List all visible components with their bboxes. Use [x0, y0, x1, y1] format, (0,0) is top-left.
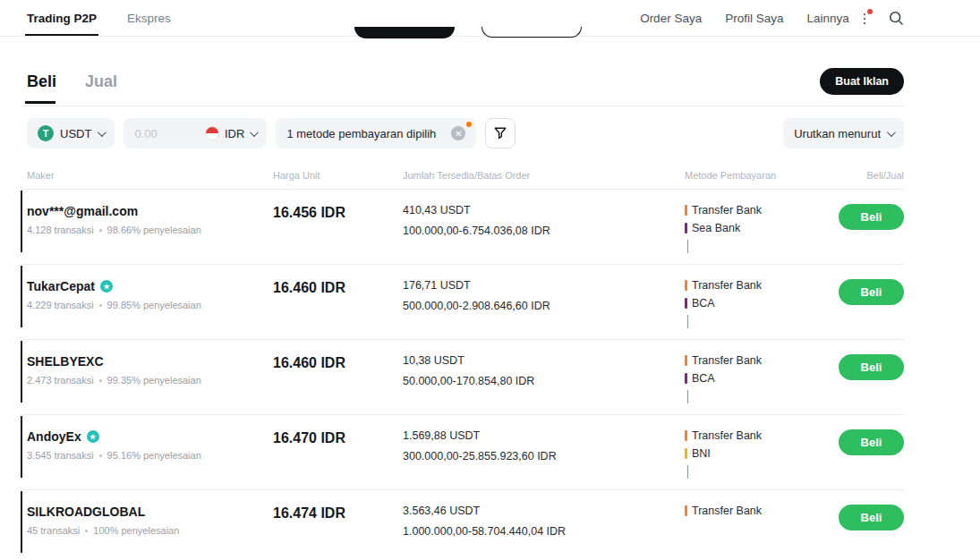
- verified-badge-icon: ★: [100, 280, 113, 293]
- transactions-count: 45 transaksi: [27, 525, 80, 536]
- sort-select[interactable]: Urutkan menurut: [783, 118, 904, 148]
- create-ad-button[interactable]: Buat Iklan: [820, 68, 904, 95]
- method-color-bar: [685, 223, 687, 233]
- separator-dot: [99, 454, 102, 457]
- asset-select[interactable]: T USDT: [27, 118, 115, 148]
- table-row: SHELBYEXC 2.473 transaksi 99.35% penyele…: [21, 340, 904, 415]
- col-header-payment: Metode Pembayaran: [685, 170, 823, 181]
- payment-method: Transfer Bank: [685, 429, 823, 442]
- fiat-select[interactable]: IDR: [205, 126, 256, 140]
- available-amount: 176,71 USDT: [403, 279, 685, 292]
- separator-dot: [85, 530, 88, 532]
- payment-method: BCA: [685, 297, 823, 310]
- more-menu-icon[interactable]: [864, 13, 866, 25]
- payment-methods-cell: Transfer Bank BNI: [685, 429, 823, 489]
- expand-methods-icon[interactable]: [687, 315, 688, 328]
- available-amount: 3.563,46 USDT: [403, 505, 685, 517]
- order-limit: 50.000,00-170.854,80 IDR: [403, 375, 685, 387]
- completion-rate: 95.16% penyelesaian: [107, 450, 201, 461]
- col-header-price: Harga Unit: [273, 170, 403, 181]
- method-color-bar: [685, 448, 687, 459]
- buy-button[interactable]: Beli: [839, 279, 904, 305]
- payment-method: BCA: [685, 372, 823, 385]
- method-name: Transfer Bank: [692, 429, 762, 442]
- available-amount: 410,43 USDT: [403, 204, 685, 216]
- transactions-count: 2.473 transaksi: [27, 375, 94, 386]
- nav-link-order-saya[interactable]: Order Saya: [640, 12, 702, 25]
- method-color-bar: [685, 355, 687, 366]
- method-color-bar: [685, 373, 687, 384]
- tether-icon: T: [38, 125, 54, 141]
- amount-input[interactable]: [134, 127, 190, 140]
- completion-rate: 99.85% penyelesaian: [107, 300, 201, 310]
- amount-cell: 410,43 USDT 100.000,00-6.754.036,08 IDR: [403, 204, 685, 264]
- maker-name-text: TukarCepat: [27, 279, 95, 293]
- unit-price: 16.470 IDR: [273, 430, 403, 489]
- buy-button[interactable]: Beli: [839, 429, 904, 455]
- expand-methods-icon[interactable]: [687, 390, 688, 403]
- chevron-down-icon: [887, 128, 896, 137]
- tab-beli[interactable]: Beli: [27, 72, 56, 91]
- nav-tab-trading-p2p[interactable]: Trading P2P: [27, 0, 97, 36]
- order-limit: 1.000.000,00-58.704.440,04 IDR: [403, 525, 685, 538]
- chevron-down-icon: [250, 128, 259, 137]
- payment-method-filter[interactable]: 1 metode pembayaran dipilih ✕: [276, 118, 476, 148]
- method-name: Transfer Bank: [692, 279, 762, 292]
- buy-button[interactable]: Beli: [839, 505, 904, 530]
- tab-jual[interactable]: Jual: [85, 72, 117, 91]
- chevron-down-icon: [98, 128, 107, 137]
- p2p-market-container: Beli Jual Buat Iklan T USDT IDR 1 metode…: [21, 68, 904, 560]
- sort-select-label: Urutkan menurut: [794, 127, 881, 140]
- clear-filter-icon[interactable]: ✕: [451, 126, 465, 140]
- fiat-select-value: IDR: [225, 127, 244, 140]
- table-row: SILKROADGLOBAL 45 transaksi 100% penyele…: [21, 490, 904, 560]
- verified-badge-icon: ★: [87, 430, 99, 443]
- maker-cell: TukarCepat ★ 4.229 transaksi 99.85% peny…: [27, 279, 273, 339]
- indonesia-flag-icon: [205, 126, 219, 140]
- method-color-bar: [685, 505, 687, 516]
- separator-dot: [99, 304, 102, 307]
- unit-price: 16.460 IDR: [273, 280, 403, 339]
- payment-filter-label: 1 metode pembayaran dipilih: [286, 127, 436, 140]
- maker-name[interactable]: TukarCepat ★: [27, 279, 273, 293]
- expand-methods-icon[interactable]: [687, 240, 688, 253]
- unit-price: 16.456 IDR: [273, 205, 403, 264]
- order-limit: 500.000,00-2.908.646,60 IDR: [403, 300, 685, 312]
- amount-cell: 3.563,46 USDT 1.000.000,00-58.704.440,04…: [403, 505, 685, 560]
- transactions-count: 3.545 transaksi: [27, 450, 94, 461]
- completion-rate: 98.66% penyelesaian: [107, 225, 201, 235]
- amount-filter[interactable]: IDR: [124, 118, 267, 148]
- nav-link-lainnya[interactable]: Lainnya: [806, 12, 865, 25]
- buy-button[interactable]: Beli: [839, 204, 904, 230]
- advanced-filter-button[interactable]: [485, 118, 516, 148]
- table-row: nov***@gmail.com 4.128 transaksi 98.66% …: [21, 190, 904, 265]
- method-name: Transfer Bank: [692, 204, 762, 216]
- table-row: AndoyEx ★ 3.545 transaksi 95.16% penyele…: [21, 415, 904, 490]
- nav-tabs: Trading P2P Ekspres: [27, 0, 171, 36]
- expand-methods-icon[interactable]: [687, 465, 688, 479]
- payment-method: Transfer Bank: [685, 505, 823, 517]
- table-header: Maker Harga Unit Jumlah Tersedia/Batas O…: [21, 170, 904, 190]
- maker-name[interactable]: AndoyEx ★: [27, 429, 273, 444]
- maker-name[interactable]: SHELBYEXC: [27, 354, 273, 369]
- completion-rate: 100% penyelesaian: [93, 525, 179, 536]
- method-name: Transfer Bank: [692, 354, 762, 367]
- buy-sell-tabs: Beli Jual: [27, 72, 117, 91]
- market-tabs-row: Beli Jual Buat Iklan: [21, 68, 904, 106]
- method-color-bar: [685, 205, 687, 216]
- nav-link-profil-saya[interactable]: Profil Saya: [725, 12, 783, 25]
- maker-stats: 2.473 transaksi 99.35% penyelesaian: [27, 375, 273, 386]
- maker-name[interactable]: SILKROADGLOBAL: [27, 505, 273, 519]
- order-limit: 300.000,00-25.855.923,60 IDR: [403, 450, 685, 462]
- action-cell: Beli: [823, 429, 904, 489]
- method-color-bar: [685, 280, 687, 291]
- available-amount: 1.569,88 USDT: [403, 429, 685, 442]
- maker-name[interactable]: nov***@gmail.com: [27, 204, 273, 218]
- search-icon[interactable]: [889, 11, 904, 26]
- transactions-count: 4.229 transaksi: [27, 300, 94, 310]
- asset-select-value: USDT: [60, 127, 91, 140]
- amount-cell: 10,38 USDT 50.000,00-170.854,80 IDR: [403, 354, 685, 414]
- maker-cell: SILKROADGLOBAL 45 transaksi 100% penyele…: [27, 505, 273, 560]
- buy-button[interactable]: Beli: [839, 354, 904, 380]
- nav-tab-ekspres[interactable]: Ekspres: [127, 0, 171, 36]
